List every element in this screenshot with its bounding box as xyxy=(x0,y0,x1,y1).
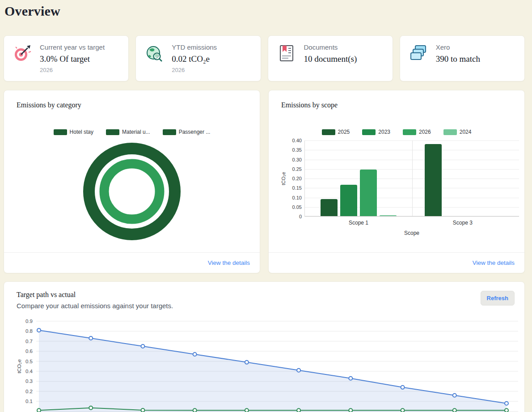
legend-swatch xyxy=(322,129,335,135)
y-tick-label: 0 xyxy=(299,214,305,219)
scope-legend: 2025202320262024 xyxy=(269,129,524,135)
globe-icon xyxy=(144,43,165,76)
target-line-chart: 0.90.80.70.60.50.40.30.20.1tCO₂e xyxy=(4,317,524,412)
card-title: Emissions by scope xyxy=(269,90,524,109)
category-legend: Hotel stayMaterial u...Passenger ... xyxy=(4,129,260,135)
x-tick-label: Scope 3 xyxy=(453,220,473,226)
y-tick-label: 0.40 xyxy=(292,138,305,143)
kpi-value: 0.02 tCO₂e xyxy=(172,54,217,64)
kpi-value: 3.0% Of target xyxy=(40,54,105,64)
legend-label: 2023 xyxy=(378,129,390,135)
card-subtitle: Compare your actual emissions against yo… xyxy=(17,302,173,310)
svg-text:tCO₂e: tCO₂e xyxy=(17,359,22,373)
legend-label: Hotel stay xyxy=(70,129,93,135)
legend-item[interactable]: Hotel stay xyxy=(54,129,93,135)
kpi-card-documents[interactable]: Documents 10 document(s) xyxy=(268,35,393,81)
kpi-sub: 2026 xyxy=(172,67,217,73)
legend-label: 2025 xyxy=(338,129,350,135)
svg-text:0.3: 0.3 xyxy=(25,378,33,384)
scope-bar-chart: tCO₂e 00.050.100.150.200.250.300.350.40S… xyxy=(304,140,519,217)
legend-swatch xyxy=(106,129,119,135)
legend-label: Passenger ... xyxy=(179,129,211,135)
y-tick-label: 0.20 xyxy=(292,176,305,181)
bar-scope-1-2023[interactable] xyxy=(340,185,357,216)
legend-label: Material u... xyxy=(122,129,150,135)
category-divider xyxy=(412,140,413,216)
svg-text:0.1: 0.1 xyxy=(25,399,33,404)
page-title: Overview xyxy=(4,4,525,19)
legend-swatch xyxy=(163,129,176,135)
target-icon xyxy=(12,43,33,76)
legend-item[interactable]: 2024 xyxy=(443,129,472,135)
kpi-sub: 2026 xyxy=(40,67,105,73)
y-tick-label: 0.35 xyxy=(292,147,305,153)
kpi-card-xero[interactable]: Xero 390 to match xyxy=(400,35,525,81)
kpi-row: Current year vs target 3.0% Of target 20… xyxy=(4,35,525,81)
refresh-button[interactable]: Refresh xyxy=(481,291,515,306)
legend-item[interactable]: 2025 xyxy=(322,129,350,135)
kpi-label: Xero xyxy=(436,43,480,51)
legend-swatch xyxy=(54,129,67,135)
y-tick-label: 0.05 xyxy=(292,204,305,210)
legend-item[interactable]: Material u... xyxy=(106,129,150,135)
bar-scope-3-2025[interactable] xyxy=(425,144,442,217)
doughnut-inner-ring[interactable] xyxy=(104,164,160,219)
card-footer: View the details xyxy=(4,252,260,273)
legend-item[interactable]: 2026 xyxy=(403,129,431,135)
svg-text:0.4: 0.4 xyxy=(25,369,33,374)
y-tick-label: 0.15 xyxy=(292,185,305,191)
target-card-header: Target path vs actual Compare your actua… xyxy=(4,282,524,310)
kpi-value: 10 document(s) xyxy=(304,54,357,64)
doughnut-svg xyxy=(78,138,186,245)
kpi-label: YTD emissions xyxy=(172,43,217,51)
svg-text:0.9: 0.9 xyxy=(25,319,33,324)
y-axis-label: tCO₂e xyxy=(281,172,286,185)
card-footer: View the details xyxy=(269,252,524,273)
legend-item[interactable]: 2023 xyxy=(362,129,390,135)
x-axis-title: Scope xyxy=(304,230,519,236)
legend-swatch xyxy=(362,129,376,135)
kpi-card-ytd-emissions[interactable]: YTD emissions 0.02 tCO₂e 2026 xyxy=(135,35,261,81)
bar-scope-1-2024[interactable] xyxy=(380,215,397,216)
kpi-card-current-year-vs-target[interactable]: Current year vs target 3.0% Of target 20… xyxy=(4,35,129,81)
bar-scope-1-2025[interactable] xyxy=(321,199,338,216)
card-title: Emissions by category xyxy=(4,90,260,109)
emissions-by-scope-card: Emissions by scope 2025202320262024 tCO₂… xyxy=(268,90,525,273)
target-chart-svg: 0.90.80.70.60.50.40.30.20.1tCO₂e xyxy=(4,317,522,412)
y-tick-label: 0.25 xyxy=(292,166,305,172)
view-details-link[interactable]: View the details xyxy=(473,259,515,266)
x-tick-label: Scope 1 xyxy=(349,220,368,226)
view-details-link[interactable]: View the details xyxy=(208,259,250,266)
kpi-label: Current year vs target xyxy=(40,43,105,51)
target-path-vs-actual-card: Target path vs actual Compare your actua… xyxy=(4,281,525,412)
xero-icon xyxy=(408,43,429,76)
bar-plot-area: 00.050.100.150.200.250.300.350.40Scope 1… xyxy=(304,140,519,217)
y-tick-label: 0.30 xyxy=(292,157,305,162)
legend-label: 2024 xyxy=(460,129,472,135)
charts-row: Emissions by category Hotel stayMaterial… xyxy=(4,90,525,273)
legend-swatch xyxy=(403,129,416,135)
emissions-by-category-card: Emissions by category Hotel stayMaterial… xyxy=(4,90,260,273)
category-doughnut-chart xyxy=(4,138,260,245)
svg-text:0.6: 0.6 xyxy=(25,348,33,354)
bar-scope-1-2026[interactable] xyxy=(360,170,377,216)
document-icon xyxy=(276,43,297,76)
svg-text:0.7: 0.7 xyxy=(25,339,33,344)
kpi-label: Documents xyxy=(304,43,357,51)
kpi-value: 390 to match xyxy=(436,54,480,64)
legend-item[interactable]: Passenger ... xyxy=(163,129,211,135)
y-tick-label: 0.10 xyxy=(292,195,305,200)
svg-text:0.5: 0.5 xyxy=(25,359,33,364)
dashboard-page: Overview Current year vs target 3.0% Of … xyxy=(0,0,532,412)
legend-swatch xyxy=(443,129,457,135)
svg-text:0.2: 0.2 xyxy=(25,389,33,394)
card-title: Target path vs actual xyxy=(17,291,173,299)
legend-label: 2026 xyxy=(419,129,431,135)
svg-text:0.8: 0.8 xyxy=(25,328,33,334)
